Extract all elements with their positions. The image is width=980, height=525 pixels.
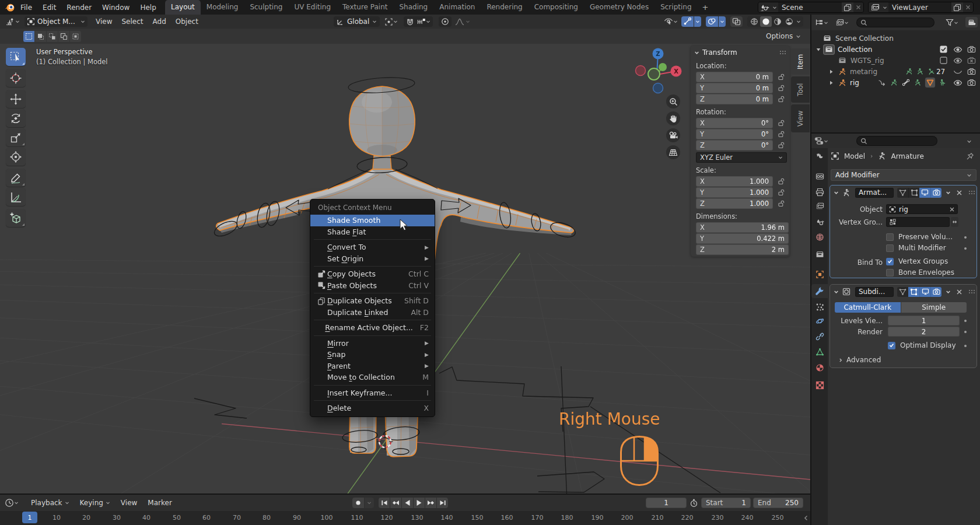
- tab-sculpting[interactable]: Sculpting: [244, 0, 288, 15]
- falloff-curve-icon[interactable]: [455, 18, 464, 26]
- modifier-on-cage-toggle[interactable]: [897, 188, 908, 198]
- rotation-x-field[interactable]: X0°: [696, 118, 773, 128]
- modifier-render-toggle[interactable]: [930, 188, 942, 198]
- menu-item-duplicate-objects[interactable]: Duplicate Objects Shift D: [310, 295, 435, 307]
- new-scene-button[interactable]: [842, 2, 853, 12]
- menu-select[interactable]: Select: [117, 18, 148, 26]
- tool-add-cube[interactable]: [6, 209, 26, 227]
- remove-viewlayer-button[interactable]: [963, 2, 973, 12]
- menu-playback[interactable]: Playback: [26, 499, 75, 507]
- pivot-point-dropdown[interactable]: [384, 18, 398, 26]
- sidebar-tab-item[interactable]: Item: [791, 48, 810, 75]
- select-mode-tweak[interactable]: [23, 31, 34, 42]
- jump-to-end-button[interactable]: [437, 498, 448, 508]
- menu-item-mirror[interactable]: Mirror ▶: [310, 338, 435, 349]
- timeline-editor-type-button[interactable]: [5, 498, 19, 508]
- tab-geometry-nodes[interactable]: Geometry Nodes: [584, 0, 654, 15]
- menu-add[interactable]: Add: [148, 18, 171, 26]
- add-modifier-dropdown[interactable]: Add Modifier: [831, 169, 977, 181]
- tab-physics[interactable]: [811, 314, 828, 328]
- play-reverse-button[interactable]: [402, 498, 413, 508]
- menu-marker[interactable]: Marker: [142, 499, 177, 507]
- lock-icon[interactable]: [778, 142, 785, 149]
- breadcrumb-object[interactable]: Model: [844, 152, 865, 160]
- select-mode-subtract[interactable]: [58, 31, 69, 42]
- menu-item-rename-active-object[interactable]: Rename Active Object... F2: [310, 322, 435, 334]
- tab-render[interactable]: [811, 169, 828, 183]
- snap-magnet-icon[interactable]: [406, 18, 414, 26]
- viewlayer-name[interactable]: ViewLayer: [888, 4, 951, 12]
- playhead[interactable]: 1: [22, 512, 37, 523]
- overlays-toggle[interactable]: [706, 16, 718, 27]
- levels-viewport-field[interactable]: 1: [888, 316, 960, 326]
- modifier-name-field[interactable]: Subdi...: [855, 287, 894, 297]
- shading-material-button[interactable]: [772, 16, 783, 27]
- lock-icon[interactable]: [778, 189, 785, 196]
- outliner-row-metarig[interactable]: metarig 27: [811, 66, 980, 77]
- properties-editor-type-button[interactable]: [814, 136, 828, 146]
- disable-render-camera-icon[interactable]: [967, 46, 976, 53]
- outliner-filter-dropdown[interactable]: [946, 18, 958, 27]
- exclude-checkbox-unchecked[interactable]: [940, 57, 947, 64]
- menu-item-move-to-collection[interactable]: Move to Collection M: [310, 372, 435, 383]
- tool-cursor[interactable]: [6, 69, 26, 87]
- snap-target-icon[interactable]: [417, 18, 426, 26]
- render-levels-field[interactable]: 2: [888, 327, 960, 337]
- vertex-group-field[interactable]: [886, 217, 950, 227]
- menu-item-shade-smooth[interactable]: Shade Smooth: [310, 215, 435, 226]
- modifier-edit-mode-toggle[interactable]: [908, 287, 919, 297]
- tool-scale[interactable]: [6, 128, 26, 146]
- region-toggle-arrow[interactable]: [804, 515, 808, 521]
- gizmos-toggle[interactable]: [681, 16, 694, 27]
- advanced-section-toggle[interactable]: Advanced: [838, 356, 881, 364]
- multi-modifier-checkbox[interactable]: [886, 244, 894, 252]
- modifier-render-toggle[interactable]: [930, 287, 942, 297]
- viewlayer-icon[interactable]: [869, 2, 881, 12]
- select-mode-extend[interactable]: [47, 31, 58, 42]
- menu-item-paste-objects[interactable]: Paste Objects Ctrl V: [310, 280, 435, 292]
- disclosure-triangle-icon[interactable]: [816, 47, 821, 52]
- tab-object[interactable]: [811, 267, 828, 281]
- tab-modeling[interactable]: Modeling: [201, 0, 244, 15]
- shading-wireframe-button[interactable]: [748, 16, 760, 27]
- menu-object[interactable]: Object: [171, 18, 203, 26]
- animate-dot[interactable]: [964, 345, 967, 347]
- proportional-editing-button[interactable]: [439, 16, 452, 27]
- nav-perspective-button[interactable]: [666, 145, 680, 159]
- row-label[interactable]: rig: [850, 79, 859, 87]
- nav-zoom-button[interactable]: [666, 94, 680, 108]
- disable-render-camera-icon[interactable]: [967, 68, 976, 75]
- lock-icon[interactable]: [778, 85, 785, 92]
- tool-annotate[interactable]: [6, 169, 26, 187]
- dimensions-y-field[interactable]: Y0.422 m: [696, 233, 789, 244]
- subdivision-type-simple[interactable]: Simple: [901, 302, 967, 313]
- scene-icon[interactable]: [758, 2, 771, 12]
- new-collection-button[interactable]: [965, 17, 978, 27]
- row-label[interactable]: Collection: [838, 46, 872, 54]
- mode-dropdown[interactable]: Object M...: [24, 16, 88, 27]
- tab-scene[interactable]: [811, 215, 828, 229]
- rotation-mode-dropdown[interactable]: XYZ Euler: [696, 152, 787, 163]
- xray-toggle[interactable]: [730, 16, 743, 27]
- outliner-search-field[interactable]: [856, 18, 935, 27]
- lock-icon[interactable]: [778, 200, 785, 207]
- modifier-realtime-toggle[interactable]: [919, 188, 930, 198]
- menu-help[interactable]: Help: [135, 4, 161, 12]
- jump-to-next-keyframe-button[interactable]: [425, 498, 436, 508]
- tab-world[interactable]: [811, 230, 828, 244]
- dimensions-x-field[interactable]: X1.96 m: [696, 222, 789, 233]
- bind-bone-envelopes-checkbox[interactable]: [886, 269, 894, 276]
- add-viewlayer-button[interactable]: [951, 2, 963, 12]
- nav-camera-button[interactable]: [666, 128, 680, 142]
- sidebar-tab-tool[interactable]: Tool: [791, 76, 810, 103]
- tab-modifiers[interactable]: [811, 284, 828, 298]
- panel-collapse-icon[interactable]: [834, 289, 839, 295]
- menu-view[interactable]: View: [116, 499, 142, 507]
- close-icon[interactable]: [956, 190, 963, 196]
- tool-measure[interactable]: [6, 188, 26, 206]
- outliner-row-collection[interactable]: Collection: [811, 44, 980, 55]
- tab-material[interactable]: [811, 360, 828, 374]
- sidebar-tab-view[interactable]: View: [791, 104, 810, 132]
- hide-eye-icon[interactable]: [953, 57, 963, 64]
- shading-rendered-button[interactable]: [783, 16, 795, 27]
